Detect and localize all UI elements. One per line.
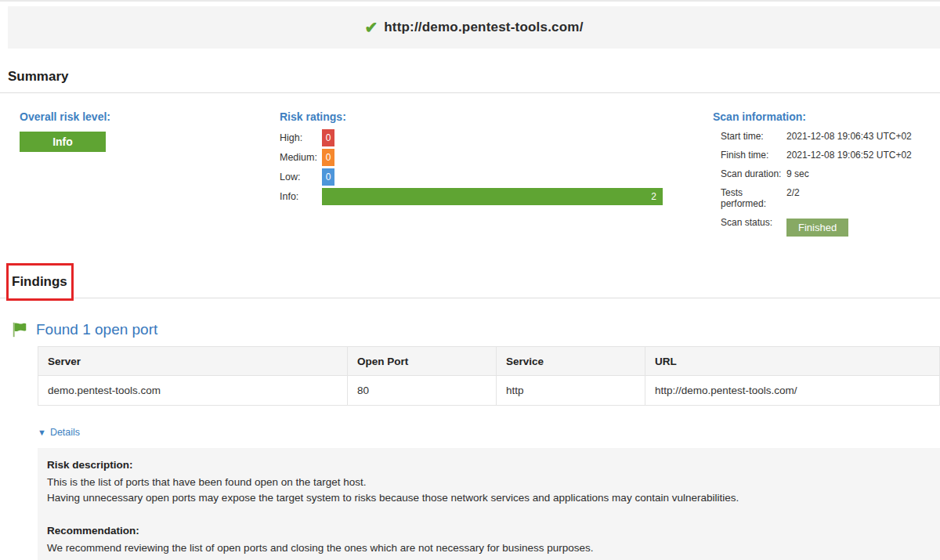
scan-value: 9 sec [786,168,809,179]
risk-description-heading: Risk description: [47,457,929,473]
cell-url: http://demo.pentest-tools.com/ [645,376,940,406]
column-header-service: Service [497,347,645,376]
findings-title: Findings [12,274,67,290]
rating-row-high: High: 0 [280,129,663,146]
risk-ratings-label: Risk ratings: [280,110,663,123]
scan-information-label: Scan information: [713,110,940,123]
overall-risk-label: Overall risk level: [20,110,280,123]
rating-row-medium: Medium: 0 [280,149,663,166]
details-toggle-label: Details [50,427,80,438]
cell-server: demo.pentest-tools.com [38,376,348,406]
rating-label: Low: [280,172,322,182]
cell-open-port: 80 [348,376,497,406]
rating-label: Medium: [280,152,322,163]
summary-panel: Overall risk level: Info Risk ratings: H… [0,110,940,244]
summary-title: Summary [8,69,940,85]
finding-title[interactable]: Found 1 open port [36,321,157,338]
scan-key: Scan duration: [721,168,786,179]
rating-label: High: [280,132,322,143]
column-header-url: URL [645,347,940,376]
findings-divider [0,298,940,298]
rating-bar-medium: 0 [322,149,334,166]
chevron-down-icon: ▼ [38,428,46,437]
open-ports-table: Server Open Port Service URL demo.pentes… [38,346,940,406]
rating-bar-low: 0 [322,168,334,186]
overall-risk-badge: Info [20,132,106,152]
scan-value: 2021-12-08 19:06:43 UTC+02 [786,131,912,142]
rating-row-low: Low: 0 [280,168,663,186]
scan-row-finish-time: Finish time: 2021-12-08 19:06:52 UTC+02 [713,150,940,161]
rating-bar-high: 0 [322,129,334,146]
column-header-server: Server [38,347,348,376]
check-icon: ✔ [364,18,378,37]
cell-service: http [497,376,645,406]
scan-key: Tests performed: [721,187,786,209]
table-row: demo.pentest-tools.com 80 http http://de… [38,376,940,406]
details-toggle[interactable]: ▼ Details [38,427,80,438]
scan-row-status: Scan status: Finished [713,217,940,237]
recommendation-heading: Recommendation: [47,523,929,539]
flag-icon [11,321,28,338]
table-header-row: Server Open Port Service URL [38,347,940,376]
risk-description-line: Having unnecessary open ports may expose… [47,490,929,506]
scan-information-rows: Start time: 2021-12-08 19:06:43 UTC+02 F… [713,131,940,237]
scan-key: Finish time: [721,150,786,161]
risk-ratings-column: Risk ratings: High: 0 Medium: 0 Low: 0 I… [280,110,663,244]
scan-value: 2/2 [786,187,800,209]
scan-key: Start time: [721,131,786,142]
scan-information-column: Scan information: Start time: 2021-12-08… [713,110,940,244]
risk-description-section: Risk description: This is the list of po… [47,457,929,506]
overall-risk-column: Overall risk level: Info [0,110,280,244]
rating-bar-info: 2 [322,188,663,205]
rating-label: Info: [280,191,322,202]
recommendation-line: We recommend reviewing the list of open … [47,540,929,556]
column-header-open-port: Open Port [348,347,497,376]
target-url: http://demo.pentest-tools.com/ [384,20,583,35]
risk-description-line: This is the list of ports that have been… [47,475,929,490]
risk-ratings-rows: High: 0 Medium: 0 Low: 0 Info: 2 [280,129,663,205]
recommendation-section: Recommendation: We recommend reviewing t… [47,523,929,556]
target-header-bar: ✔ http://demo.pentest-tools.com/ [8,6,940,49]
rating-row-info: Info: 2 [280,188,663,205]
scan-value: 2021-12-08 19:06:52 UTC+02 [786,150,912,161]
scan-row-tests-performed: Tests performed: 2/2 [713,187,940,209]
scan-row-duration: Scan duration: 9 sec [713,168,940,179]
scan-key: Scan status: [721,217,786,237]
finding-details-block: Risk description: This is the list of po… [38,448,940,560]
summary-divider [0,92,940,93]
finding-head: Found 1 open port [11,321,940,338]
scan-row-start-time: Start time: 2021-12-08 19:06:43 UTC+02 [713,131,940,142]
scan-status-badge: Finished [786,219,848,237]
findings-header: Findings [0,263,940,301]
findings-annotation-box: Findings [6,263,74,301]
page-top-divider [0,0,940,2]
